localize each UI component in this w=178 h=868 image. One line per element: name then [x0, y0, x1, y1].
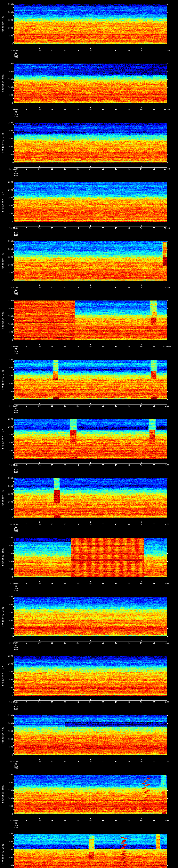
y-tick-label: 1000 [5, 146, 13, 148]
x-tick-label: 35 [99, 405, 107, 407]
y-tick-label: 2500 [5, 359, 13, 361]
y-tick-label: 0 [5, 813, 13, 815]
y-tick-label: 0 [5, 636, 13, 638]
x-tick-label: 30 [87, 346, 94, 348]
x-tick-label: 25 [74, 346, 81, 348]
x-tick-label: 30 [87, 523, 94, 526]
y-tick-label: 1000 [5, 501, 13, 503]
x-tick-label: 5 [23, 761, 30, 763]
x-axis-end-time: 5:00 [160, 642, 174, 644]
x-tick-label: 10 [36, 50, 43, 52]
x-tick-label: 10 [36, 464, 43, 466]
x-axis-start-time: 15:59:00 [6, 346, 22, 348]
y-axis-title: Frequency (Hz) [2, 306, 4, 334]
x-tick-label: 20 [61, 820, 68, 822]
x-tick-label: 20 [61, 227, 68, 229]
y-tick-label: 0 [5, 458, 13, 460]
y-tick-label: 1000 [5, 738, 13, 740]
x-tick-label: 20 [61, 168, 68, 170]
x-tick-label: 25 [74, 50, 81, 52]
spectrogram-panel: Frequency (Hz) 05001000150020002500 5101… [0, 0, 178, 59]
spectrogram-panel: Frequency (Hz) 05001000150020002500 5101… [0, 59, 178, 118]
x-tick-label: 50 [138, 109, 145, 111]
x-tick-label: 35 [99, 523, 107, 526]
x-tick-label: 40 [112, 50, 120, 52]
y-tick-label: 0 [5, 339, 13, 341]
y-axis-title: Frequency (Hz) [2, 662, 4, 690]
x-tick-label: 15 [49, 227, 56, 229]
x-tick-label: 50 [138, 642, 145, 644]
x-tick-label: 25 [74, 227, 81, 229]
x-tick-label: 15 [49, 523, 56, 526]
x-axis-start-time: 15:58:00 [6, 286, 22, 288]
y-axis-title: Frequency (Hz) [2, 10, 4, 38]
y-tick-label: 1000 [5, 442, 13, 444]
y-tick-label: 2500 [5, 418, 13, 420]
y-tick-label: 0 [5, 43, 13, 45]
y-tick-label: 500 [5, 35, 13, 37]
x-tick-label: 25 [74, 286, 81, 288]
y-tick-label: 2500 [5, 300, 13, 302]
date-line: 2016 [11, 827, 21, 829]
x-tick-label: 45 [125, 168, 132, 170]
x-tick-label: 50 [138, 701, 145, 703]
y-tick-label: 500 [5, 213, 13, 215]
x-tick-label: 15 [49, 701, 56, 703]
x-tick-label: 45 [125, 761, 132, 763]
y-tick-label: 1500 [5, 493, 13, 495]
x-axis-start-time: 16:03:00 [6, 583, 22, 585]
y-tick-label: 1000 [5, 27, 13, 29]
x-tick-label: 55 [151, 642, 158, 644]
date-line: 2016 [11, 767, 21, 769]
y-tick-label: 1000 [5, 679, 13, 681]
x-tick-label: 10 [36, 346, 43, 348]
x-tick-label: 40 [112, 464, 120, 466]
x-tick-label: 55 [151, 168, 158, 170]
x-tick-label: 45 [125, 701, 132, 703]
x-axis-start-time: 16:05:00 [6, 701, 22, 703]
date-line: 2016 [11, 116, 21, 118]
x-tick-label: 55 [151, 820, 158, 822]
x-tick-label: 5 [23, 50, 30, 52]
y-tick-label: 2000 [5, 663, 13, 665]
y-tick-label: 500 [5, 450, 13, 452]
spectrogram-panel: Frequency (Hz) 05001000150020002500 5101… [0, 592, 178, 652]
x-tick-label: 40 [112, 583, 120, 585]
y-axis-title: Frequency (Hz) [2, 366, 4, 394]
x-tick-label: 10 [36, 168, 43, 170]
x-tick-label: 50 [138, 168, 145, 170]
y-tick-label: 1500 [5, 19, 13, 21]
x-tick-label: 55 [151, 50, 158, 52]
x-tick-label: 35 [99, 227, 107, 229]
x-axis-end-time: 8:00 [160, 820, 174, 822]
x-tick-label: 50 [138, 464, 145, 466]
x-axis-start-time: 16:07:00 [6, 820, 22, 822]
x-tick-label: 40 [112, 523, 120, 526]
x-tick-label: 55 [151, 583, 158, 585]
x-tick-label: 45 [125, 286, 132, 288]
y-tick-label: 2000 [5, 189, 13, 191]
x-axis-end-time: 1:00 [160, 405, 174, 407]
y-tick-label: 2000 [5, 722, 13, 724]
x-tick-label: 5 [23, 168, 30, 170]
x-tick-label: 45 [125, 583, 132, 585]
x-tick-label: 25 [74, 820, 81, 822]
x-tick-label: 10 [36, 820, 43, 822]
y-tick-label: 2000 [5, 781, 13, 784]
x-tick-label: 10 [36, 701, 43, 703]
x-tick-label: 25 [74, 701, 81, 703]
y-tick-label: 0 [5, 161, 13, 163]
date-line: 2016 [11, 590, 21, 592]
y-tick-label: 1500 [5, 375, 13, 377]
spectrogram-canvas [0, 830, 178, 868]
y-tick-label: 1000 [5, 86, 13, 88]
spectrogram-panel: Frequency (Hz) 05001000150020002500 5101… [0, 770, 178, 830]
x-tick-label: 15 [49, 50, 56, 52]
y-tick-label: 1500 [5, 434, 13, 436]
x-tick-label: 10 [36, 286, 43, 288]
y-tick-label: 1000 [5, 264, 13, 266]
spectrogram-panel: Frequency (Hz) 05001000150020002500 5101… [0, 355, 178, 415]
x-axis-end-time: 6:00 [160, 701, 174, 703]
spectrogram-panel: Frequency (Hz) 05001000150020002500 5101… [0, 830, 178, 868]
x-tick-label: 30 [87, 227, 94, 229]
